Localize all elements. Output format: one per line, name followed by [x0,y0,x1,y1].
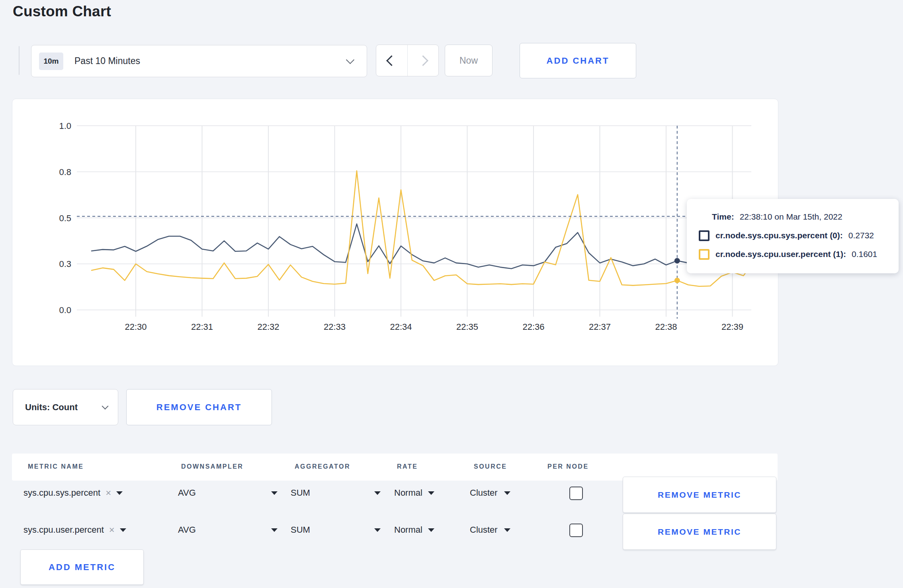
aggregator-value: SUM [291,525,310,535]
custom-chart-page: Custom Chart 10m Past 10 Minutes Now ADD… [0,0,903,588]
chevron-left-icon [386,55,397,66]
col-header-metric-name: METRIC NAME [28,463,84,470]
page-title: Custom Chart [13,3,111,20]
y-tick-label: 0.0 [59,305,71,315]
metric-name-value: sys.cpu.sys.percent [23,488,100,498]
y-tick-label: 0.8 [59,167,71,177]
tooltip-series-name: cr.node.sys.cpu.sys.percent (0): [715,231,843,240]
col-header-per-node: PER NODE [547,463,589,470]
downsampler-select[interactable]: AVG [178,488,278,498]
metric-name-select[interactable]: sys.cpu.sys.percent × [23,488,123,498]
x-tick-label: 22:38 [655,322,677,332]
metric-row: sys.cpu.user.percent × AVG SUM Normal Cl… [12,514,778,549]
remove-metric-x-icon[interactable]: × [109,525,115,535]
tooltip-series-name: cr.node.sys.cpu.user.percent (1): [715,249,846,259]
chevron-down-icon [346,56,354,64]
add-metric-button[interactable]: ADD METRIC [20,549,144,585]
series-user-swatch-icon [699,249,710,260]
caret-down-icon [374,528,381,532]
caret-down-icon [428,528,434,532]
x-tick-label: 22:36 [522,322,544,332]
metric-name-value: sys.cpu.user.percent [23,525,104,535]
series-line-0 [92,224,754,269]
per-node-checkbox[interactable] [569,524,583,537]
time-range-label: Past 10 Minutes [74,56,140,66]
tooltip-time-label: Time: [712,212,734,222]
caret-down-icon [428,491,434,495]
col-header-source: SOURCE [474,463,507,470]
rate-select[interactable]: Normal [394,525,434,535]
tooltip-time-value: 22:38:10 on Mar 15th, 2022 [740,212,842,222]
caret-down-icon [504,491,510,495]
remove-metric-button[interactable]: REMOVE METRIC [623,514,776,550]
units-dropdown[interactable]: Units: Count [13,389,118,425]
add-chart-button[interactable]: ADD CHART [520,43,636,78]
col-header-downsampler: DOWNSAMPLER [181,463,243,470]
caret-down-icon [271,528,278,532]
x-tick-label: 22:37 [589,322,611,332]
tooltip-series-row: cr.node.sys.cpu.user.percent (1): 0.1601 [699,249,887,259]
metric-name-select[interactable]: sys.cpu.user.percent × [23,525,126,535]
caret-down-icon [271,491,278,495]
tooltip-series-row: cr.node.sys.cpu.sys.percent (0): 0.2732 [699,230,887,241]
y-tick-label: 0.5 [59,213,71,223]
crosshair-dot-1 [674,278,680,283]
x-tick-label: 22:30 [125,322,147,332]
time-range-badge: 10m [39,53,63,70]
time-range-dropdown[interactable]: 10m Past 10 Minutes [31,45,367,77]
per-node-checkbox[interactable] [569,487,583,500]
source-select[interactable]: Cluster [470,525,510,535]
remove-metric-x-icon[interactable]: × [106,488,111,498]
metric-row: sys.cpu.sys.percent × AVG SUM Normal Clu… [12,477,778,512]
col-header-aggregator: AGGREGATOR [295,463,350,470]
x-tick-label: 22:32 [257,322,279,332]
x-tick-label: 22:39 [721,322,743,332]
remove-metric-button[interactable]: REMOVE METRIC [623,477,776,513]
cpu-percent-line-chart[interactable]: 0.00.30.50.81.022:3022:3122:3222:3322:34… [12,99,777,365]
x-tick-label: 22:35 [456,322,478,332]
tooltip-time-row: Time: 22:38:10 on Mar 15th, 2022 [712,212,887,222]
aggregator-value: SUM [291,488,310,498]
remove-chart-button[interactable]: REMOVE CHART [126,389,272,425]
next-time-button[interactable] [407,45,439,76]
chart-card: 0.00.30.50.81.022:3022:3122:3222:3322:34… [12,99,778,366]
y-tick-label: 1.0 [59,121,71,131]
tooltip-series-value: 0.2732 [848,231,874,240]
metrics-table-body: sys.cpu.sys.percent × AVG SUM Normal Clu… [12,477,778,556]
aggregator-select[interactable]: SUM [291,525,381,535]
source-select[interactable]: Cluster [470,488,510,498]
source-value: Cluster [470,488,498,498]
caret-down-icon [504,528,510,532]
chevron-down-icon [102,403,109,409]
series-line-1 [92,171,754,286]
source-value: Cluster [470,525,498,535]
prev-time-button[interactable] [376,45,407,76]
units-label: Units: Count [25,402,78,413]
now-button[interactable]: Now [445,45,493,76]
chevron-right-icon [418,55,428,66]
crosshair-dot-0 [674,258,680,263]
toolbar-divider [19,46,20,75]
rate-value: Normal [394,488,422,498]
downsampler-value: AVG [178,525,196,535]
rate-value: Normal [394,525,422,535]
chart-tooltip: Time: 22:38:10 on Mar 15th, 2022 cr.node… [687,199,899,273]
caret-down-icon [374,491,381,495]
downsampler-select[interactable]: AVG [178,525,278,535]
caret-down-icon [120,528,126,532]
x-tick-label: 22:34 [390,322,412,332]
downsampler-value: AVG [178,488,196,498]
aggregator-select[interactable]: SUM [291,488,381,498]
y-tick-label: 0.3 [59,259,71,269]
tooltip-series-value: 0.1601 [852,249,877,259]
rate-select[interactable]: Normal [394,488,434,498]
x-tick-label: 22:33 [324,322,346,332]
time-step-group [376,45,439,76]
col-header-rate: RATE [397,463,418,470]
x-tick-label: 22:31 [191,322,213,332]
series-sys-swatch-icon [699,230,710,241]
caret-down-icon [116,491,123,495]
